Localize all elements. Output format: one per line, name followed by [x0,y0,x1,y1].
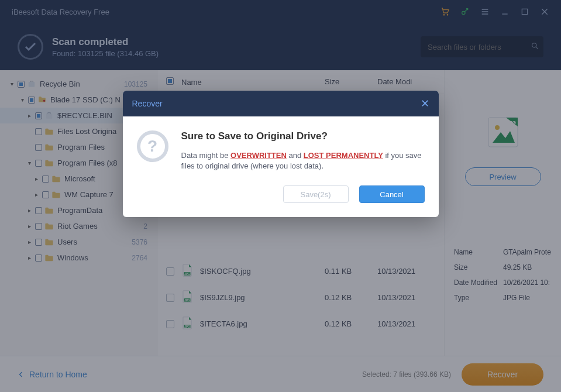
question-icon: ? [137,130,168,162]
dialog-message: Data might be OVERWRITTEN and LOST PERMA… [181,150,425,171]
modal-overlay: Recover ✕ ? Sure to Save to Original Dri… [0,0,561,392]
dialog-cancel-button[interactable]: Cancel [359,185,425,203]
dialog-title: Recover [132,99,421,108]
dialog-close-icon[interactable]: ✕ [421,97,429,110]
dialog-save-button[interactable]: Save(2s) [283,185,349,203]
dialog-heading: Sure to Save to Original Drive? [181,130,425,142]
confirm-dialog: Recover ✕ ? Sure to Save to Original Dri… [123,91,439,217]
